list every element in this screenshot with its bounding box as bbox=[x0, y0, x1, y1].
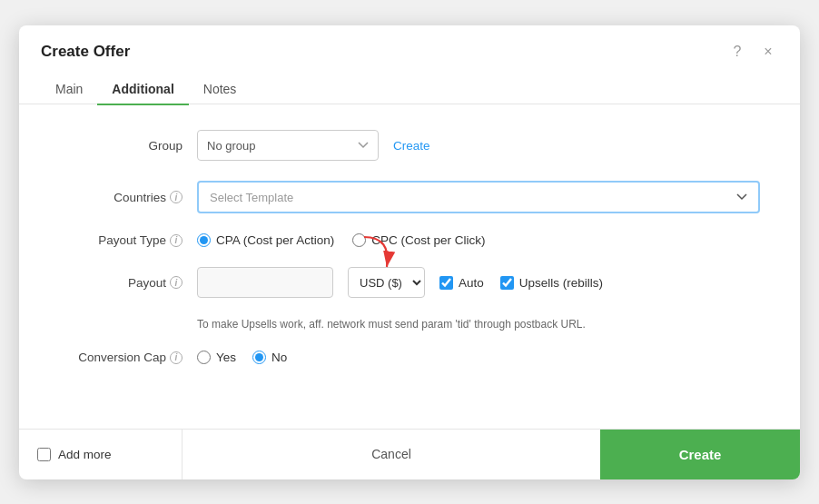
conversion-cap-options: Yes No bbox=[197, 351, 287, 364]
countries-info-icon[interactable]: i bbox=[170, 191, 183, 203]
group-row: Group No group Create bbox=[55, 130, 764, 161]
countries-row: Countries i Select Template bbox=[55, 181, 764, 213]
cancel-button[interactable]: Cancel bbox=[350, 440, 433, 469]
payout-type-info-icon[interactable]: i bbox=[170, 234, 183, 247]
group-create-link[interactable]: Create bbox=[393, 139, 430, 153]
payout-row: Payout i USD ($) Auto bbox=[55, 267, 764, 298]
payout-input[interactable] bbox=[197, 267, 333, 298]
group-select[interactable]: No group bbox=[197, 130, 379, 161]
countries-label: Countries i bbox=[55, 191, 183, 204]
conversion-cap-no[interactable]: No bbox=[252, 351, 287, 364]
footer-center: Cancel bbox=[183, 430, 600, 479]
conversion-cap-label: Conversion Cap i bbox=[55, 351, 183, 364]
upsells-checkbox-option[interactable]: Upsells (rebills) bbox=[500, 276, 603, 290]
payout-label: Payout i bbox=[55, 276, 183, 290]
add-more-option[interactable]: Add more bbox=[37, 448, 112, 461]
tab-main[interactable]: Main bbox=[41, 74, 97, 105]
close-icon[interactable]: × bbox=[758, 42, 778, 62]
dialog-title: Create Offer bbox=[41, 43, 130, 61]
tabs: Main Additional Notes bbox=[19, 74, 800, 105]
payout-type-cpa[interactable]: CPA (Cost per Action) bbox=[197, 233, 334, 247]
currency-select[interactable]: USD ($) bbox=[348, 267, 425, 298]
footer-right: Create bbox=[600, 430, 800, 479]
conversion-cap-yes[interactable]: Yes bbox=[197, 351, 236, 364]
form-content: Group No group Create Countries i Select… bbox=[19, 104, 800, 429]
add-more-checkbox[interactable] bbox=[37, 448, 51, 461]
conversion-cap-info-icon[interactable]: i bbox=[170, 351, 183, 364]
payout-type-label: Payout Type i bbox=[55, 233, 183, 247]
auto-checkbox-option[interactable]: Auto bbox=[439, 276, 484, 290]
header-icons: ? × bbox=[727, 42, 778, 62]
create-button[interactable]: Create bbox=[600, 430, 800, 479]
tab-additional[interactable]: Additional bbox=[97, 74, 188, 105]
group-label: Group bbox=[55, 139, 183, 153]
upsells-note: To make Upsells work, aff. network must … bbox=[197, 318, 764, 331]
payout-type-row: Payout Type i CPA (Cost per Action) CPC … bbox=[55, 233, 764, 247]
create-offer-dialog: Create Offer ? × Main Additional Notes G… bbox=[19, 25, 800, 479]
dialog-footer: Add more Cancel Create bbox=[19, 429, 800, 479]
tab-notes[interactable]: Notes bbox=[189, 74, 252, 105]
payout-info-icon[interactable]: i bbox=[170, 276, 183, 289]
payout-type-cpc[interactable]: CPC (Cost per Click) bbox=[352, 233, 485, 247]
help-icon[interactable]: ? bbox=[727, 42, 747, 62]
countries-select[interactable]: Select Template bbox=[197, 181, 760, 213]
conversion-cap-row: Conversion Cap i Yes No bbox=[55, 351, 764, 364]
payout-extras: Auto Upsells (rebills) bbox=[439, 276, 603, 290]
auto-checkbox[interactable] bbox=[439, 276, 453, 290]
payout-type-options: CPA (Cost per Action) CPC (Cost per Clic… bbox=[197, 233, 486, 247]
upsells-checkbox[interactable] bbox=[500, 276, 514, 290]
dialog-header: Create Offer ? × bbox=[19, 25, 800, 62]
footer-left: Add more bbox=[19, 430, 183, 479]
